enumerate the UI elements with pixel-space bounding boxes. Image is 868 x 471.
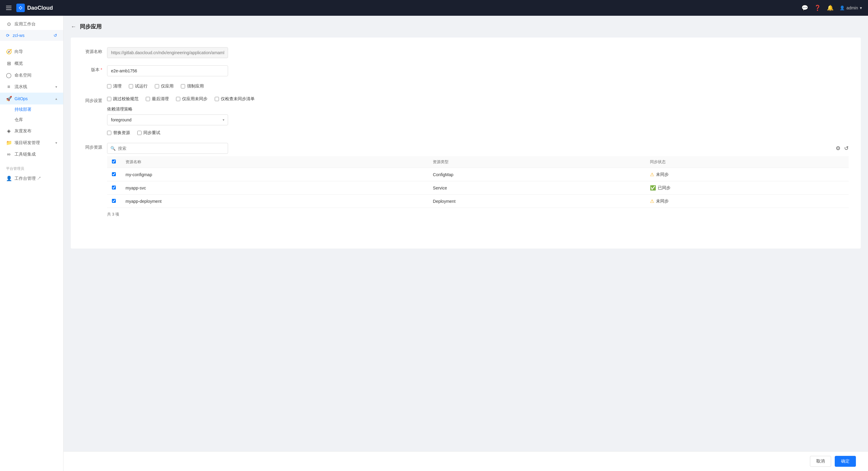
workspace-mgmt-icon: 👤 — [6, 176, 11, 181]
namespace-icon: ◯ — [6, 72, 11, 78]
checkbox-dry-run-input[interactable] — [129, 84, 133, 88]
workspace-icon: ⟳ — [6, 33, 10, 38]
th-resource-type: 资源类型 — [428, 156, 645, 168]
row2-name: myapp-svc — [121, 181, 428, 195]
sidebar-item-namespace[interactable]: ◯ 命名空间 — [0, 69, 63, 81]
cancel-button[interactable]: 取消 — [810, 456, 831, 467]
confirm-button[interactable]: 确定 — [835, 456, 856, 467]
sidebar-item-workspace-mgmt[interactable]: 👤 工作台管理 ↗ — [0, 173, 63, 184]
sync-settings-group: 跳过校验规范 最后清理 仅应用未同步 仅检查未同步清单 — [107, 96, 849, 102]
logo-icon — [16, 4, 25, 12]
dep-strategy-select-wrapper: foreground background orphan ▾ — [107, 114, 228, 125]
checkbox-clean[interactable]: 清理 — [107, 84, 122, 89]
sidebar-item-pipeline[interactable]: ≡ 流水线 ▾ — [0, 81, 63, 93]
resource-name-content — [107, 47, 849, 58]
checkbox-check-unsync-list[interactable]: 仅检查未同步清单 — [215, 96, 255, 102]
row3-type: Deployment — [428, 195, 645, 208]
row2-checkbox[interactable] — [112, 185, 116, 189]
checkbox-apply-only-input[interactable] — [155, 84, 159, 88]
checkbox-replace-resource-input[interactable] — [107, 131, 111, 135]
help-icon[interactable]: ❓ — [814, 4, 821, 11]
sync-resources-label: 同步资源 — [83, 143, 107, 150]
workspace-label: zcl-ws — [13, 33, 25, 38]
gray-release-icon: ◈ — [6, 128, 11, 134]
checkbox-skip-validation-input[interactable] — [107, 97, 111, 101]
checkbox-force-apply[interactable]: 强制应用 — [181, 84, 204, 89]
sidebar-item-guide[interactable]: 🧭 向导 — [0, 46, 63, 58]
user-menu[interactable]: 👤 admin ▾ — [840, 5, 862, 10]
select-all-checkbox[interactable] — [112, 159, 116, 164]
row1-checkbox[interactable] — [112, 172, 116, 176]
pipeline-icon: ≡ — [6, 84, 11, 90]
row2-checkbox-cell — [107, 181, 121, 195]
warning-icon: ⚠ — [650, 172, 654, 177]
refresh-table-icon[interactable]: ↺ — [844, 145, 849, 152]
checkbox-sync-retry-label: 同步重试 — [143, 130, 160, 136]
checkbox-apply-unsync[interactable]: 仅应用未同步 — [176, 96, 208, 102]
row3-checkbox[interactable] — [112, 199, 116, 203]
checkbox-dry-run-label: 试运行 — [135, 84, 148, 89]
checkbox-force-apply-label: 强制应用 — [187, 84, 204, 89]
checkbox-clean-input[interactable] — [107, 84, 111, 88]
row1-status: ⚠ 未同步 — [645, 168, 849, 181]
table-header: 资源名称 资源类型 同步状态 — [107, 156, 849, 168]
checkbox-check-unsync-list-input[interactable] — [215, 97, 219, 101]
resource-name-label: 资源名称 — [83, 47, 107, 55]
sidebar: ⊙ 应用工作台 ⟳ zcl-ws ↺ 🧭 向导 ⊞ 概览 ◯ 命名空间 ≡ 流水… — [0, 16, 63, 471]
sidebar-sub-item-repo[interactable]: 仓库 — [0, 115, 63, 125]
row1-status-badge: ⚠ 未同步 — [650, 172, 844, 177]
th-resource-name: 资源名称 — [121, 156, 428, 168]
form-card: 资源名称 版本 清理 — [71, 37, 861, 248]
sidebar-item-toolchain[interactable]: ∞ 工具链集成 — [0, 149, 63, 160]
search-input[interactable] — [118, 146, 225, 151]
gitops-arrow-icon: ▴ — [55, 96, 57, 101]
sync-settings-label: 同步设置 — [83, 96, 107, 104]
guide-icon: 🧭 — [6, 49, 11, 55]
project-mgmt-arrow-icon: ▾ — [55, 141, 57, 145]
sidebar-item-app-workbench[interactable]: ⊙ 应用工作台 — [0, 18, 63, 30]
sidebar-item-gitops[interactable]: 🚀 GitOps ▴ — [0, 93, 63, 105]
workspace-row[interactable]: ⟳ zcl-ws ↺ — [0, 30, 63, 41]
version-row: 版本 — [83, 65, 849, 76]
page-header: ← 同步应用 — [71, 23, 861, 30]
top-nav: DaoCloud 💬 ❓ 🔔 👤 admin ▾ — [0, 0, 868, 16]
checkbox-skip-validation[interactable]: 跳过校验规范 — [107, 96, 138, 102]
settings-icon[interactable]: ⚙ — [836, 145, 840, 152]
checkbox-apply-unsync-label: 仅应用未同步 — [182, 96, 208, 102]
th-select-all — [107, 156, 121, 168]
checkbox-force-apply-input[interactable] — [181, 84, 185, 88]
sidebar-sub-item-cd[interactable]: 持续部署 — [0, 105, 63, 115]
checkbox-replace-resource[interactable]: 替换资源 — [107, 130, 130, 136]
checkbox-apply-only[interactable]: 仅应用 — [155, 84, 174, 89]
page-title: 同步应用 — [80, 23, 102, 30]
version-input[interactable] — [107, 65, 228, 76]
checkbox-dry-run[interactable]: 试运行 — [129, 84, 148, 89]
checkbox-apply-unsync-input[interactable] — [176, 97, 180, 101]
gitops-icon: 🚀 — [6, 96, 11, 101]
checkbox-sync-retry[interactable]: 同步重试 — [137, 130, 160, 136]
checkbox-last-clean[interactable]: 最后清理 — [146, 96, 169, 102]
checkbox-sync-retry-input[interactable] — [137, 131, 142, 135]
dep-strategy-select[interactable]: foreground background orphan — [107, 114, 228, 125]
sidebar-item-gray-release[interactable]: ◈ 灰度发布 — [0, 125, 63, 137]
checkboxes-content: 清理 试运行 仅应用 强制应用 — [107, 84, 849, 89]
refresh-icon[interactable]: ↺ — [54, 33, 57, 38]
topnav-right: 💬 ❓ 🔔 👤 admin ▾ — [802, 4, 862, 11]
resource-name-row: 资源名称 — [83, 47, 849, 58]
row2-type: Service — [428, 181, 645, 195]
svg-point-1 — [20, 7, 22, 9]
table-body: my-configmap ConfigMap ⚠ 未同步 — [107, 168, 849, 208]
toolchain-icon: ∞ — [6, 152, 11, 157]
row3-checkbox-cell — [107, 195, 121, 208]
sidebar-item-overview[interactable]: ⊞ 概览 — [0, 58, 63, 69]
chat-icon[interactable]: 💬 — [802, 4, 808, 11]
bell-icon[interactable]: 🔔 — [827, 4, 834, 11]
search-box: 🔍 — [107, 143, 228, 154]
back-button[interactable]: ← — [71, 24, 76, 30]
row2-status: ✅ 已同步 — [645, 181, 849, 195]
sync-resources-content: 🔍 ⚙ ↺ 资源名称 — [107, 143, 849, 217]
checkbox-last-clean-input[interactable] — [146, 97, 150, 101]
checkbox-replace-resource-label: 替换资源 — [113, 130, 130, 136]
hamburger-menu[interactable] — [6, 6, 11, 10]
sidebar-item-project-mgmt[interactable]: 📁 项目研发管理 ▾ — [0, 137, 63, 149]
